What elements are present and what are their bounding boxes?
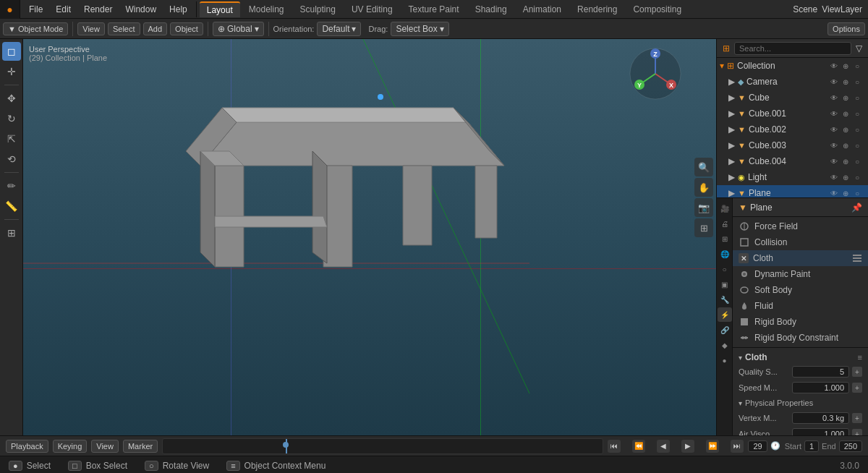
props-modifiers-icon[interactable]: 🔧 <box>718 292 732 307</box>
vp-camera-btn[interactable]: 📷 <box>694 198 713 217</box>
outliner-item-collection[interactable]: ▾ ⊞ Collection 👁 ⊕ ○ <box>717 58 868 74</box>
view-menu[interactable]: View <box>77 22 105 35</box>
physics-fluid[interactable]: Fluid <box>733 298 868 314</box>
menu-render[interactable]: Render <box>78 3 118 16</box>
props-scene-icon[interactable]: 🌐 <box>718 247 732 261</box>
cube002-eye-icon[interactable]: 👁 <box>829 124 839 135</box>
quality-steps-adjust-btn[interactable]: + <box>852 367 862 377</box>
outliner-item-light[interactable]: ▶ ◉ Light 👁 ⊕ ○ <box>717 169 868 185</box>
vertex-mass-adjust-btn[interactable]: + <box>852 413 862 423</box>
current-frame[interactable]: 29 <box>748 440 767 452</box>
cube004-eye-icon[interactable]: 👁 <box>829 156 839 166</box>
tool-scale[interactable]: ⇱ <box>2 129 21 148</box>
timeline-view-menu[interactable]: View <box>91 440 119 453</box>
cube001-eye-icon[interactable]: 👁 <box>829 108 839 119</box>
cube001-cursor-icon[interactable]: ⊕ <box>841 108 851 119</box>
speed-mult-value[interactable]: 1.000 <box>792 382 849 393</box>
menu-file[interactable]: File <box>23 3 48 16</box>
cube-cursor-icon[interactable]: ⊕ <box>841 93 851 103</box>
cursor-icon[interactable]: ⊕ <box>841 61 851 71</box>
plane-render-icon[interactable]: ○ <box>852 188 862 198</box>
physics-force-field[interactable]: Force Field <box>733 218 868 234</box>
end-frame[interactable]: 250 <box>839 440 862 452</box>
render-icon[interactable]: ○ <box>852 61 862 71</box>
cube003-cursor-icon[interactable]: ⊕ <box>841 140 851 150</box>
props-data-icon[interactable]: ◆ <box>718 338 732 352</box>
workspace-shading[interactable]: Shading <box>468 2 514 17</box>
eye-icon[interactable]: 👁 <box>829 61 839 71</box>
props-constraints-icon[interactable]: 🔗 <box>718 323 732 337</box>
tool-transform[interactable]: ⟲ <box>2 150 21 169</box>
outliner-search[interactable] <box>734 42 851 55</box>
vertex-mass-value[interactable]: 0.3 kg <box>792 412 849 424</box>
workspace-uv-editing[interactable]: UV Editing <box>344 2 400 17</box>
camera-cursor-icon[interactable]: ⊕ <box>841 77 851 87</box>
workspace-layout[interactable]: Layout <box>200 1 240 17</box>
outliner-item-cube004[interactable]: ▶ ▼ Cube.004 👁 ⊕ ○ <box>717 153 868 169</box>
add-menu[interactable]: Add <box>143 22 168 35</box>
outliner-item-plane[interactable]: ▶ ▼ Plane 👁 ⊕ ○ <box>717 185 868 198</box>
tool-select[interactable]: ◻ <box>2 42 21 61</box>
drag-selector[interactable]: Select Box ▾ <box>391 22 448 36</box>
physics-rigid-body-constraint[interactable]: Rigid Body Constraint <box>733 330 868 346</box>
physics-dynamic-paint[interactable]: Dynamic Paint <box>733 266 868 282</box>
cube002-cursor-icon[interactable]: ⊕ <box>841 124 851 135</box>
physics-collision[interactable]: Collision <box>733 234 868 250</box>
vp-ortho-btn[interactable]: ⊞ <box>694 218 713 237</box>
props-render-icon[interactable]: 🎥 <box>718 201 732 216</box>
jump-end-btn[interactable]: ⏭ <box>731 440 744 453</box>
viewport[interactable]: User Perspective (29) Collection | Plane… <box>23 39 716 435</box>
props-world-icon[interactable]: ○ <box>718 262 732 276</box>
light-eye-icon[interactable]: 👁 <box>829 172 839 182</box>
cloth-settings-icon[interactable] <box>852 252 862 265</box>
outliner-item-cube[interactable]: ▶ ▼ Cube 👁 ⊕ ○ <box>717 90 868 106</box>
menu-window[interactable]: Window <box>119 3 162 16</box>
orientation-default[interactable]: Default ▾ <box>317 22 361 36</box>
tool-move[interactable]: ✥ <box>2 89 21 108</box>
outliner-item-cube003[interactable]: ▶ ▼ Cube.003 👁 ⊕ ○ <box>717 137 868 153</box>
tool-annotate[interactable]: ✏ <box>2 176 21 195</box>
tool-cursor[interactable]: ✛ <box>2 62 21 81</box>
cube002-render-icon[interactable]: ○ <box>852 124 862 135</box>
workspace-rendering[interactable]: Rendering <box>570 2 624 17</box>
axis-widget[interactable]: Z X Y <box>626 45 684 103</box>
physics-rigid-body[interactable]: Rigid Body <box>733 314 868 330</box>
props-object-icon[interactable]: ▣ <box>718 277 732 291</box>
cube-render-icon[interactable]: ○ <box>852 93 862 103</box>
props-output-icon[interactable]: 🖨 <box>718 216 732 231</box>
workspace-modeling[interactable]: Modeling <box>242 2 292 17</box>
tool-measure[interactable]: 📏 <box>2 197 21 216</box>
plane-cursor-icon[interactable]: ⊕ <box>841 188 851 198</box>
tool-rotate[interactable]: ↻ <box>2 109 21 128</box>
quality-steps-value[interactable]: 5 <box>792 366 849 378</box>
cloth-list-icon[interactable]: ≡ <box>858 353 862 362</box>
vp-zoom-btn[interactable]: 🔍 <box>694 158 713 176</box>
object-menu[interactable]: Object <box>170 22 203 35</box>
workspace-animation[interactable]: Animation <box>516 2 569 17</box>
menu-help[interactable]: Help <box>163 3 193 16</box>
cube003-render-icon[interactable]: ○ <box>852 140 862 150</box>
marker-menu[interactable]: Marker <box>123 440 158 453</box>
light-cursor-icon[interactable]: ⊕ <box>841 172 851 182</box>
props-view-layer-icon[interactable]: ⊞ <box>718 231 732 246</box>
speed-mult-adjust-btn[interactable]: + <box>852 383 862 393</box>
options-btn[interactable]: Options <box>827 22 865 35</box>
cube001-render-icon[interactable]: ○ <box>852 108 862 119</box>
plane-eye-icon[interactable]: 👁 <box>829 188 839 198</box>
keying-menu[interactable]: Keying <box>53 440 88 453</box>
props-material-icon[interactable]: ● <box>718 353 732 367</box>
playback-menu[interactable]: Playback <box>6 440 48 453</box>
air-viscosity-value[interactable]: 1.000 <box>792 428 849 435</box>
physics-cloth[interactable]: ✕ Cloth <box>733 250 868 266</box>
outliner-item-camera[interactable]: ▶ ◆ Camera 👁 ⊕ ○ <box>717 74 868 90</box>
menu-edit[interactable]: Edit <box>50 3 77 16</box>
air-viscosity-adjust-btn[interactable]: + <box>852 429 862 435</box>
filter-icon[interactable]: ▽ <box>856 43 862 54</box>
outliner-item-cube002[interactable]: ▶ ▼ Cube.002 👁 ⊕ ○ <box>717 122 868 137</box>
step-forward-btn[interactable]: ⏩ <box>706 440 719 453</box>
workspace-sculpting[interactable]: Sculpting <box>293 2 343 17</box>
outliner-item-cube001[interactable]: ▶ ▼ Cube.001 👁 ⊕ ○ <box>717 106 868 122</box>
cube004-cursor-icon[interactable]: ⊕ <box>841 156 851 166</box>
cloth-x-icon[interactable]: ✕ <box>739 253 749 263</box>
step-back-btn[interactable]: ⏪ <box>632 440 645 453</box>
